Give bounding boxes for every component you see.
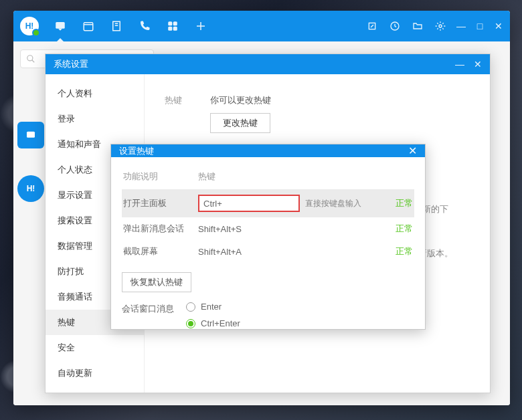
hotkey-input[interactable]: Ctrl+ [198, 195, 300, 212]
svg-rect-4 [173, 21, 177, 25]
hotkey-close-button[interactable]: ✕ [408, 144, 417, 157]
radio-label: Ctrl+Enter [201, 318, 240, 328]
calendar-icon[interactable] [82, 19, 95, 33]
hotkey-row-status: 正常 [386, 197, 413, 209]
phone-icon[interactable] [138, 19, 151, 33]
sidebar-item-security[interactable]: 安全 [46, 335, 144, 360]
hotkey-dialog-header: 设置热键 ✕ [111, 144, 425, 157]
gear-icon[interactable] [434, 19, 447, 33]
hotkey-row[interactable]: 弹出新消息会话 Shift+Alt+S 正常 [122, 217, 414, 240]
close-button[interactable]: ✕ [494, 21, 503, 31]
settings-title: 系统设置 [54, 58, 88, 70]
minimize-button[interactable]: — [456, 21, 466, 31]
hotkey-row[interactable]: 截取屏幕 Shift+Alt+A 正常 [122, 240, 414, 263]
sidebar-item-update[interactable]: 自动更新 [46, 360, 144, 386]
svg-rect-11 [27, 132, 35, 138]
hotkey-row[interactable]: 打开主面板 Ctrl+ 直接按键盘输入 正常 [122, 189, 414, 217]
hotkey-row-status: 正常 [386, 245, 413, 257]
svg-rect-0 [56, 22, 65, 29]
chat-tab-icon[interactable] [54, 19, 67, 33]
conversation-list: H! [17, 122, 44, 202]
col-hotkey: 热键 [198, 171, 305, 183]
maximize-button[interactable]: □ [475, 21, 485, 31]
hotkey-row-status: 正常 [386, 223, 413, 235]
svg-rect-6 [173, 27, 177, 31]
svg-rect-5 [168, 27, 172, 31]
hotkey-row-key: Shift+Alt+S [198, 224, 305, 234]
svg-rect-3 [168, 21, 172, 25]
hotkey-section-label: 热键 [165, 94, 210, 106]
radio-ctrl-enter[interactable]: Ctrl+Enter [186, 318, 240, 328]
send-message-label: 会话窗口消息 [122, 302, 186, 315]
hotkey-row-label: 弹出新消息会话 [123, 223, 198, 235]
sidebar-item-login[interactable]: 登录 [46, 106, 144, 132]
conversation-item[interactable] [17, 122, 44, 148]
hotkey-row-label: 打开主面板 [123, 197, 198, 209]
hotkey-row-label: 截取屏幕 [123, 245, 198, 257]
add-icon[interactable] [194, 19, 207, 33]
hotkey-dialog-title: 设置热键 [119, 145, 154, 157]
history-icon[interactable] [388, 19, 402, 33]
svg-point-9 [439, 25, 442, 27]
hotkey-row-hint: 直接按键盘输入 [305, 198, 386, 209]
radio-enter[interactable]: Enter [186, 302, 240, 312]
notes-icon[interactable] [110, 19, 123, 33]
settings-close-button[interactable]: ✕ [474, 59, 482, 70]
radio-label: Enter [201, 302, 222, 312]
svg-rect-1 [84, 23, 93, 31]
apps-icon[interactable] [166, 19, 179, 33]
folder-icon[interactable] [411, 19, 424, 33]
svg-point-10 [27, 56, 33, 61]
change-hotkey-button[interactable]: 更改热键 [210, 113, 270, 133]
pin-icon[interactable] [365, 19, 379, 33]
hotkey-row-key: Shift+Alt+A [198, 247, 305, 257]
conversation-item[interactable]: H! [17, 175, 44, 202]
sidebar-item-profile[interactable]: 个人资料 [46, 81, 144, 106]
settings-dialog-header: 系统设置 — ✕ [46, 54, 490, 74]
settings-minimize-button[interactable]: — [455, 59, 464, 70]
avatar[interactable]: H! [20, 17, 39, 35]
hotkey-hint: 你可以更改热键 [210, 94, 470, 106]
hotkey-table: 功能说明 热键 打开主面板 Ctrl+ 直接按键盘输入 正常 弹出新消息会话 S… [122, 167, 414, 263]
restore-default-button[interactable]: 恢复默认热键 [122, 272, 191, 292]
hotkey-dialog: 设置热键 ✕ 功能说明 热键 打开主面板 Ctrl+ 直接按键盘输入 正常 弹出… [110, 144, 426, 330]
col-function: 功能说明 [123, 171, 198, 183]
titlebar: H! — □ ✕ [13, 11, 510, 41]
